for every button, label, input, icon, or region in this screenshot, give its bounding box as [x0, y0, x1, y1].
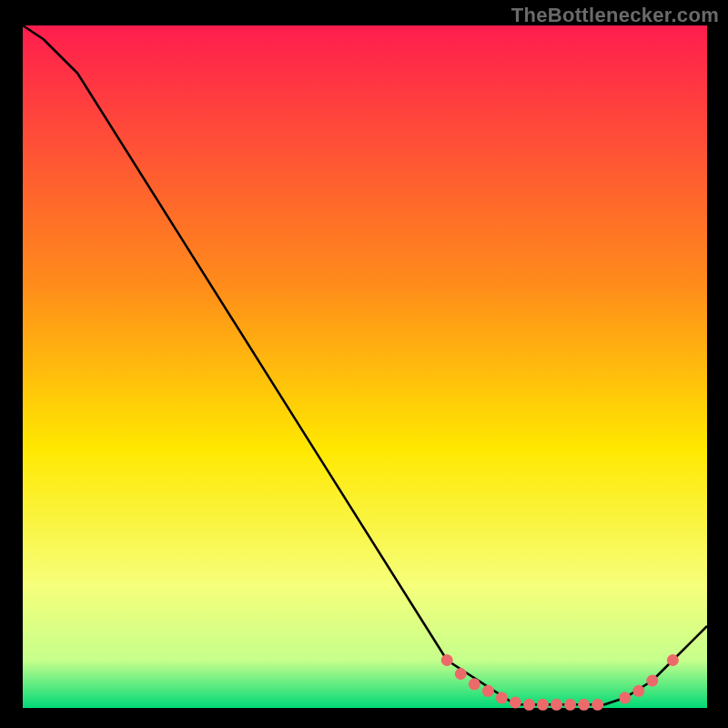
marker-dot [592, 699, 603, 711]
marker-dot [469, 678, 480, 690]
marker-dot [510, 697, 521, 709]
marker-dot [441, 654, 453, 666]
marker-dot [619, 692, 631, 703]
gradient-plot [0, 0, 728, 728]
marker-dot [496, 692, 508, 703]
marker-dot [537, 699, 549, 711]
marker-dot [564, 699, 576, 711]
plot-background [23, 25, 707, 708]
marker-dot [632, 685, 644, 697]
marker-dot [646, 675, 658, 687]
marker-dot [578, 699, 590, 711]
marker-dot [455, 668, 467, 680]
marker-dot [667, 654, 679, 666]
marker-dot [551, 699, 562, 711]
brand-watermark: TheBottlenecker.com [511, 4, 719, 27]
marker-dot [482, 685, 494, 697]
marker-dot [523, 699, 535, 711]
chart-stage: TheBottlenecker.com [0, 0, 728, 728]
